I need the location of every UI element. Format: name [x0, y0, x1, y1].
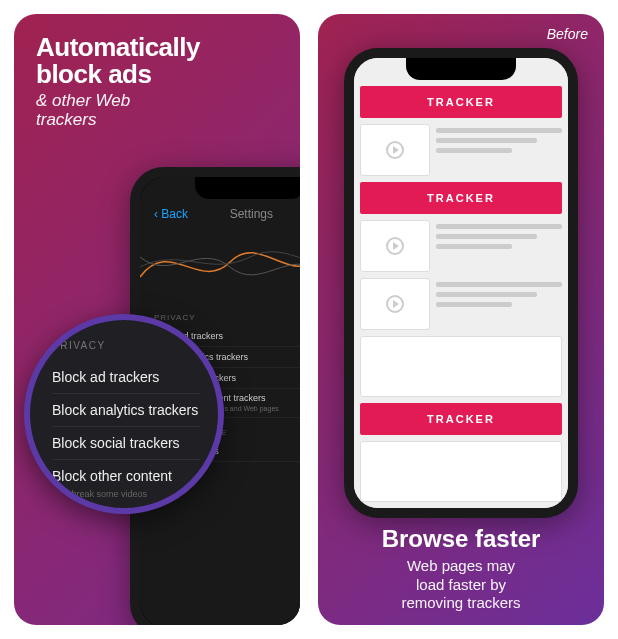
content-row: [360, 278, 562, 330]
back-button[interactable]: ‹ Back: [154, 207, 188, 221]
video-thumb: [360, 124, 430, 176]
content-row: [360, 124, 562, 176]
wave-graphic: [140, 227, 300, 297]
headline-line1: Automatically: [36, 32, 200, 62]
text-lines: [436, 124, 562, 176]
subhead: & other Web trackers: [14, 89, 300, 130]
headline: Automatically block ads: [14, 14, 300, 89]
phone-notch: [406, 58, 516, 80]
content-card: [360, 336, 562, 397]
before-label: Before: [547, 26, 588, 42]
tracker-banner: TRACKER: [360, 182, 562, 214]
play-icon: [386, 295, 404, 313]
text-lines: [436, 220, 562, 272]
subhead-line2: trackers: [36, 110, 96, 129]
promo-panel-browse-faster: Before 7:07 ✓ TRACKER TRACKER: [318, 14, 604, 625]
magnifier-row: Block analytics trackers: [52, 394, 200, 427]
content-card: [360, 441, 562, 502]
text-lines: [436, 278, 562, 330]
phone-screen: TRACKER TRACKER: [354, 58, 568, 508]
magnifier-section-header: PRIVACY: [52, 340, 200, 351]
privacy-section-header: PRIVACY: [154, 313, 300, 322]
magnifier-row: Block ad trackers: [52, 361, 200, 394]
content-row: [360, 220, 562, 272]
magnifier-sub: May break some videos: [52, 489, 147, 499]
video-thumb: [360, 278, 430, 330]
video-thumb: [360, 220, 430, 272]
phone-mockup-right: 7:07 ✓ TRACKER TRACKER: [344, 48, 578, 518]
magnifier-lens: PRIVACY Block ad trackers Block analytic…: [24, 314, 224, 514]
tracker-banner: TRACKER: [360, 86, 562, 118]
play-icon: [386, 237, 404, 255]
headline-line2: block ads: [36, 59, 151, 89]
tracker-banner: TRACKER: [360, 403, 562, 435]
back-label: Back: [161, 207, 188, 221]
subhead: Web pages may load faster by removing tr…: [336, 557, 586, 613]
bottom-copy: Browse faster Web pages may load faster …: [318, 525, 604, 613]
subhead-line1: & other Web: [36, 91, 130, 110]
phone-notch: [195, 177, 300, 199]
play-icon: [386, 141, 404, 159]
promo-panel-block-ads: Automatically block ads & other Web trac…: [14, 14, 300, 625]
headline: Browse faster: [336, 525, 586, 553]
settings-title: Settings: [230, 207, 273, 221]
chevron-left-icon: ‹: [154, 207, 158, 221]
magnifier-row: Block social trackers: [52, 427, 200, 460]
